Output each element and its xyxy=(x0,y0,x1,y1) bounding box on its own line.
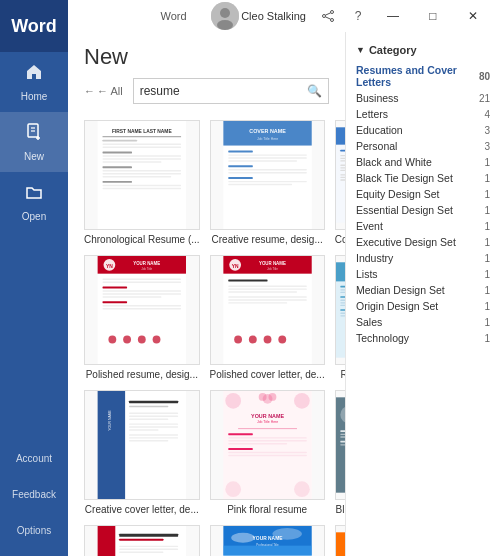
svg-point-10 xyxy=(330,19,333,22)
svg-rect-18 xyxy=(103,147,182,148)
category-item[interactable]: Equity Design Set 1 xyxy=(346,186,500,202)
template-label: Resume (color) xyxy=(335,369,345,380)
svg-rect-24 xyxy=(103,170,182,171)
search-input-wrap[interactable]: 🔍 xyxy=(133,78,329,104)
template-label: Creative resume, desig... xyxy=(210,234,325,245)
sidebar-item-feedback[interactable]: Feedback xyxy=(0,476,68,512)
maximize-button[interactable]: □ xyxy=(414,0,452,32)
back-to-all[interactable]: ← ← All xyxy=(84,85,123,97)
svg-rect-48 xyxy=(340,155,345,156)
help-button[interactable]: ? xyxy=(344,2,372,30)
template-item[interactable]: COVER LETTER Cov xyxy=(335,120,345,245)
close-button[interactable]: ✕ xyxy=(454,0,492,32)
template-item[interactable]: YOUR NAME Job Title xyxy=(335,525,345,556)
sidebar-item-home[interactable]: Home xyxy=(0,52,68,112)
template-thumbnail: YOUR NAME Job Title xyxy=(335,525,345,556)
svg-point-75 xyxy=(153,336,161,344)
sidebar-bottom: Account Feedback Options xyxy=(0,440,68,556)
svg-rect-36 xyxy=(228,157,307,158)
category-item[interactable]: Event 1 xyxy=(346,218,500,234)
sidebar-item-open[interactable]: Open xyxy=(0,172,68,232)
minimize-button[interactable]: — xyxy=(374,0,412,32)
titlebar: Word Cleo Stalking ? — □ ✕ xyxy=(68,0,500,32)
svg-rect-88 xyxy=(228,302,287,303)
template-item[interactable]: COVER NAME Job Title Here xyxy=(210,120,325,245)
template-label: Creative cover letter, de... xyxy=(84,504,200,515)
svg-rect-132 xyxy=(228,433,253,435)
template-item[interactable]: FIRST NAME LAST NAME xyxy=(84,120,200,245)
category-item[interactable]: Essential Design Set 1 xyxy=(346,202,500,218)
svg-point-8 xyxy=(330,11,333,14)
svg-rect-120 xyxy=(129,440,168,441)
template-item[interactable]: YOUR NAME xyxy=(84,390,200,515)
category-count: 1 xyxy=(484,253,490,264)
back-arrow-icon: ← xyxy=(84,85,95,97)
svg-point-73 xyxy=(123,336,131,344)
svg-rect-138 xyxy=(228,455,307,456)
open-icon xyxy=(24,182,44,207)
svg-rect-66 xyxy=(103,290,182,291)
template-item[interactable]: YOUR NAME Job Title Here Pink fl xyxy=(210,390,325,515)
svg-rect-23 xyxy=(103,166,132,168)
category-label: Equity Design Set xyxy=(356,188,439,200)
category-label: Letters xyxy=(356,108,388,120)
share-button[interactable] xyxy=(314,2,342,30)
svg-point-92 xyxy=(278,336,286,344)
template-thumbnail: BM xyxy=(84,525,200,556)
category-item[interactable]: Median Design Set 1 xyxy=(346,282,500,298)
svg-point-90 xyxy=(248,336,256,344)
sidebar-item-new[interactable]: New xyxy=(0,112,68,172)
svg-rect-27 xyxy=(103,181,132,183)
category-item[interactable]: Industry 1 xyxy=(346,250,500,266)
template-item[interactable]: BM xyxy=(84,525,200,556)
svg-rect-110 xyxy=(129,401,178,403)
svg-rect-82 xyxy=(228,280,267,282)
collapse-icon[interactable]: ▼ xyxy=(356,45,365,55)
svg-rect-63 xyxy=(103,279,182,280)
template-item[interactable]: YN YOUR NAME Job Title xyxy=(84,255,200,380)
template-item[interactable]: NAME HERE xyxy=(335,390,345,515)
svg-rect-147 xyxy=(340,441,345,443)
sidebar-item-account[interactable]: Account xyxy=(0,440,68,476)
template-item[interactable]: YN YOUR NAME Job Title xyxy=(210,255,325,380)
template-thumbnail: YOUR NAME Subtitle / Job Title xyxy=(335,255,345,365)
template-thumbnail: YOUR NAME Job Title Here xyxy=(210,390,325,500)
category-item[interactable]: Technology 1 xyxy=(346,330,500,346)
svg-rect-87 xyxy=(228,299,307,300)
svg-text:YOUR NAME: YOUR NAME xyxy=(251,413,284,419)
template-item[interactable]: YOUR NAME Subtitle / Job Title xyxy=(335,255,345,380)
category-item[interactable]: Origin Design Set 1 xyxy=(346,298,500,314)
svg-rect-99 xyxy=(340,292,345,293)
category-item[interactable]: Lists 1 xyxy=(346,266,500,282)
svg-point-124 xyxy=(225,481,241,497)
category-item[interactable]: Executive Design Set 1 xyxy=(346,234,500,250)
svg-rect-97 xyxy=(340,286,345,288)
category-item[interactable]: Sales 1 xyxy=(346,314,500,330)
category-item[interactable]: Education 3 xyxy=(346,122,500,138)
category-item[interactable]: Letters 4 xyxy=(346,106,500,122)
svg-text:YOUR NAME: YOUR NAME xyxy=(108,409,112,430)
sidebar-item-options[interactable]: Options xyxy=(0,512,68,548)
category-item[interactable]: Resumes and Cover Letters 80 xyxy=(346,62,500,90)
search-input[interactable] xyxy=(140,84,307,98)
svg-rect-133 xyxy=(228,437,307,438)
template-label: Blue grey resume xyxy=(335,504,345,515)
svg-rect-39 xyxy=(228,169,307,170)
search-icon[interactable]: 🔍 xyxy=(307,84,322,98)
titlebar-app-name: Word xyxy=(161,10,187,22)
svg-rect-50 xyxy=(340,160,345,161)
svg-rect-84 xyxy=(228,288,307,289)
svg-point-125 xyxy=(294,481,310,497)
category-item[interactable]: Black and White 1 xyxy=(346,154,500,170)
category-count: 80 xyxy=(479,71,490,82)
svg-rect-21 xyxy=(103,158,182,159)
category-label: Technology xyxy=(356,332,409,344)
category-item[interactable]: Black Tie Design Set 1 xyxy=(346,170,500,186)
user-avatar[interactable] xyxy=(211,2,239,30)
template-item[interactable]: YOUR NAME Professional Title xyxy=(210,525,325,556)
category-label: Lists xyxy=(356,268,378,280)
category-item[interactable]: Business 21 xyxy=(346,90,500,106)
category-item[interactable]: Personal 3 xyxy=(346,138,500,154)
category-label: Executive Design Set xyxy=(356,236,456,248)
category-count: 1 xyxy=(484,333,490,344)
